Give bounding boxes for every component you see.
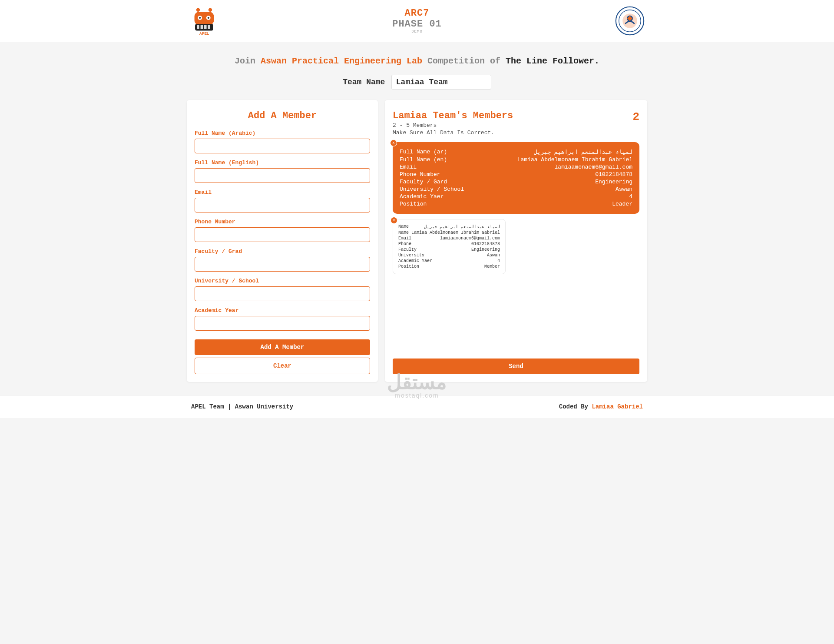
k-name-ar: Full Name (ar) [400, 149, 447, 156]
k-phone: Phone [398, 242, 411, 246]
university-logo [612, 5, 647, 37]
k-email: Email [398, 236, 411, 241]
tagline-lab: Aswan Practical Engineering Lab [261, 56, 422, 66]
v-name-ar: لمياء عبدالمنعم ابراهيم جبريل [534, 149, 632, 156]
k-faculty: Faculty / Gard [400, 179, 447, 185]
phase-name: PHASE 01 [222, 19, 612, 30]
members-title: Lamiaa Team's Members [393, 110, 513, 121]
k-university: University / School [400, 186, 464, 193]
tagline: Join Aswan Practical Engineering Lab Com… [0, 42, 834, 75]
footer-right: Coded By Lamiaa Gabriel [559, 403, 643, 410]
add-member-button[interactable]: Add A Member [195, 339, 370, 355]
input-email[interactable] [195, 198, 370, 212]
v-faculty: Engineering [471, 247, 500, 252]
apel-logo: APEL [187, 5, 222, 37]
member-card-regular: x Nameلمياء عبدالمنعم ابراهيم جبريل Name… [393, 219, 506, 274]
university-icon [615, 6, 645, 36]
svg-point-1 [208, 8, 212, 12]
k-year: Academic Yaer [400, 193, 443, 200]
v-name-en: Lamiaa Abdelmonaem Ibrahim Gabriel [411, 230, 500, 235]
svg-rect-10 [204, 25, 207, 29]
v-university: Aswan [487, 253, 500, 258]
label-faculty: Faculty / Grad [195, 248, 370, 255]
team-name-row: Team Name [0, 75, 834, 100]
footer: مستقل mostaql.com APEL Team | Aswan Univ… [0, 395, 834, 418]
input-name-ar[interactable] [195, 139, 370, 153]
v-email: lamiaamonaem6@gmail.com [440, 236, 500, 241]
add-member-card: Add A Member Full Name (Arabic) Full Nam… [187, 100, 378, 382]
svg-rect-2 [195, 12, 214, 25]
k-email: Email [400, 164, 417, 170]
k-position: Position [400, 201, 427, 207]
v-name-ar: لمياء عبدالمنعم ابراهيم جبريل [424, 224, 500, 229]
members-note: Make Sure All Data Is Correct. [393, 129, 639, 136]
footer-left: APEL Team | Aswan University [191, 403, 293, 410]
svg-text:APEL: APEL [199, 31, 209, 36]
members-range: 2 - 5 Members [393, 122, 513, 129]
remove-member-button[interactable]: x [390, 139, 397, 146]
team-name-label: Team Name [343, 78, 385, 86]
watermark-en: mostaql.com [387, 392, 447, 399]
svg-point-5 [199, 17, 201, 19]
k-name-ar: Name [398, 224, 409, 229]
members-count: 2 [632, 110, 639, 123]
input-phone[interactable] [195, 227, 370, 242]
add-member-title: Add A Member [195, 110, 370, 121]
svg-point-6 [208, 17, 209, 19]
input-year[interactable] [195, 316, 370, 331]
svg-point-0 [196, 8, 200, 12]
input-university[interactable] [195, 286, 370, 301]
demo-label: DEMO [222, 30, 612, 34]
v-email: lamiaamonaem6@gmail.com [555, 164, 632, 170]
svg-rect-8 [197, 25, 199, 29]
v-year: 4 [497, 259, 500, 263]
input-faculty[interactable] [195, 257, 370, 272]
v-phone: 01022184878 [595, 171, 632, 178]
tagline-join: Join [235, 56, 261, 66]
tagline-track: The Line Follower. [506, 56, 599, 66]
v-faculty: Engineering [595, 179, 632, 185]
v-university: Aswan [616, 186, 632, 193]
v-name-en: Lamiaa Abdelmonaem Ibrahim Gabriel [517, 156, 632, 163]
k-faculty: Faculty [398, 247, 417, 252]
members-card: Lamiaa Team's Members 2 - 5 Members 2 Ma… [385, 100, 647, 382]
label-university: University / School [195, 278, 370, 284]
svg-rect-11 [208, 25, 210, 29]
input-name-en[interactable] [195, 168, 370, 183]
k-name-en: Full Name (en) [400, 156, 447, 163]
k-name-en: Name [398, 230, 409, 235]
clear-button[interactable]: Clear [195, 358, 370, 374]
remove-member-button[interactable]: x [391, 217, 397, 224]
v-year: 4 [629, 193, 632, 200]
label-name-en: Full Name (English) [195, 159, 370, 166]
header: APEL ARC7 PHASE 01 DEMO [0, 0, 834, 42]
team-name-input[interactable] [391, 75, 491, 90]
v-position: Member [484, 264, 500, 269]
k-position: Position [398, 264, 419, 269]
robot-icon: APEL [189, 6, 219, 36]
footer-right-prefix: Coded By [559, 403, 592, 410]
k-phone: Phone Number [400, 171, 440, 178]
k-university: University [398, 253, 424, 258]
v-phone: 01022184878 [471, 242, 500, 246]
footer-author: Lamiaa Gabriel [592, 403, 643, 410]
send-button[interactable]: Send [393, 359, 639, 374]
svg-rect-9 [201, 25, 203, 29]
v-position: Leader [612, 201, 632, 207]
header-title: ARC7 PHASE 01 DEMO [222, 8, 612, 34]
label-year: Academic Year [195, 307, 370, 314]
label-name-ar: Full Name (Arabic) [195, 130, 370, 136]
label-email: Email [195, 189, 370, 196]
k-year: Academic Yaer [398, 259, 432, 263]
member-card-leader: x Full Name (ar)لمياء عبدالمنعم ابراهيم … [393, 142, 639, 214]
tagline-competition: Competition of [422, 56, 506, 66]
arc-name: ARC7 [222, 8, 612, 19]
label-phone: Phone Number [195, 219, 370, 225]
